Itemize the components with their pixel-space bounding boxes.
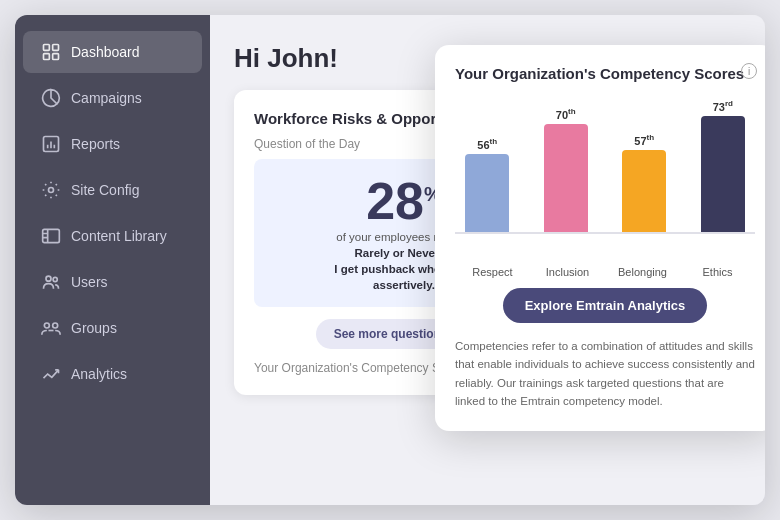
bar-score: 70th <box>556 107 576 121</box>
competency-popup: i Your Organization's Competency Scores … <box>435 45 765 431</box>
bar-fill <box>465 154 509 234</box>
svg-point-8 <box>53 277 57 281</box>
bar-chart: 56th70th57th73rd <box>455 98 755 258</box>
svg-rect-6 <box>43 229 60 242</box>
dashboard-icon <box>41 42 61 62</box>
analytics-icon <box>41 364 61 384</box>
explore-analytics-button[interactable]: Explore Emtrain Analytics <box>503 288 708 323</box>
bar-label-item: Inclusion <box>530 266 605 278</box>
svg-rect-1 <box>53 45 59 51</box>
info-icon[interactable]: i <box>741 63 757 79</box>
chart-baseline <box>455 232 755 234</box>
svg-rect-0 <box>44 45 50 51</box>
sidebar-item-reports[interactable]: Reports <box>23 123 202 165</box>
bar-label-item: Ethics <box>680 266 755 278</box>
app-container: Dashboard Campaigns Reports Site Config <box>15 15 765 505</box>
bar-fill <box>622 150 666 234</box>
svg-point-5 <box>49 188 54 193</box>
sidebar-item-label: Reports <box>71 136 120 152</box>
sidebar: Dashboard Campaigns Reports Site Config <box>15 15 210 505</box>
svg-rect-2 <box>44 54 50 60</box>
bar-score: 73rd <box>713 99 733 113</box>
groups-icon <box>41 318 61 338</box>
svg-point-7 <box>46 276 51 281</box>
users-icon <box>41 272 61 292</box>
sidebar-item-analytics[interactable]: Analytics <box>23 353 202 395</box>
sidebar-item-label: Campaigns <box>71 90 142 106</box>
sidebar-item-label: Analytics <box>71 366 127 382</box>
popup-description: Competencies refer to a combination of a… <box>455 337 755 411</box>
bar-score: 56th <box>477 137 497 151</box>
svg-rect-3 <box>53 54 59 60</box>
reports-icon <box>41 134 61 154</box>
bar-labels-row: RespectInclusionBelongingEthics <box>455 266 755 278</box>
sidebar-item-groups[interactable]: Groups <box>23 307 202 349</box>
bar-group-ethics: 73rd <box>691 98 756 234</box>
sidebar-item-users[interactable]: Users <box>23 261 202 303</box>
bar-fill <box>544 124 588 234</box>
bar-label-item: Belonging <box>605 266 680 278</box>
main-content: Hi John! Workforce Risks & Opportunit...… <box>210 15 765 505</box>
sidebar-item-campaigns[interactable]: Campaigns <box>23 77 202 119</box>
bar-score: 57th <box>634 133 654 147</box>
content-library-icon <box>41 226 61 246</box>
bar-group-inclusion: 70th <box>534 98 599 234</box>
sidebar-item-label: Groups <box>71 320 117 336</box>
svg-point-10 <box>53 323 58 328</box>
sidebar-item-content-library[interactable]: Content Library <box>23 215 202 257</box>
sidebar-item-dashboard[interactable]: Dashboard <box>23 31 202 73</box>
bar-fill <box>701 116 745 234</box>
svg-point-9 <box>44 323 49 328</box>
bar-group-respect: 56th <box>455 98 520 234</box>
campaigns-icon <box>41 88 61 108</box>
sidebar-item-label: Dashboard <box>71 44 140 60</box>
bar-group-belonging: 57th <box>612 98 677 234</box>
sidebar-item-label: Site Config <box>71 182 139 198</box>
bar-label-item: Respect <box>455 266 530 278</box>
sidebar-item-label: Users <box>71 274 108 290</box>
sidebar-item-label: Content Library <box>71 228 167 244</box>
sidebar-item-site-config[interactable]: Site Config <box>23 169 202 211</box>
site-config-icon <box>41 180 61 200</box>
popup-title: Your Organization's Competency Scores <box>455 65 755 82</box>
